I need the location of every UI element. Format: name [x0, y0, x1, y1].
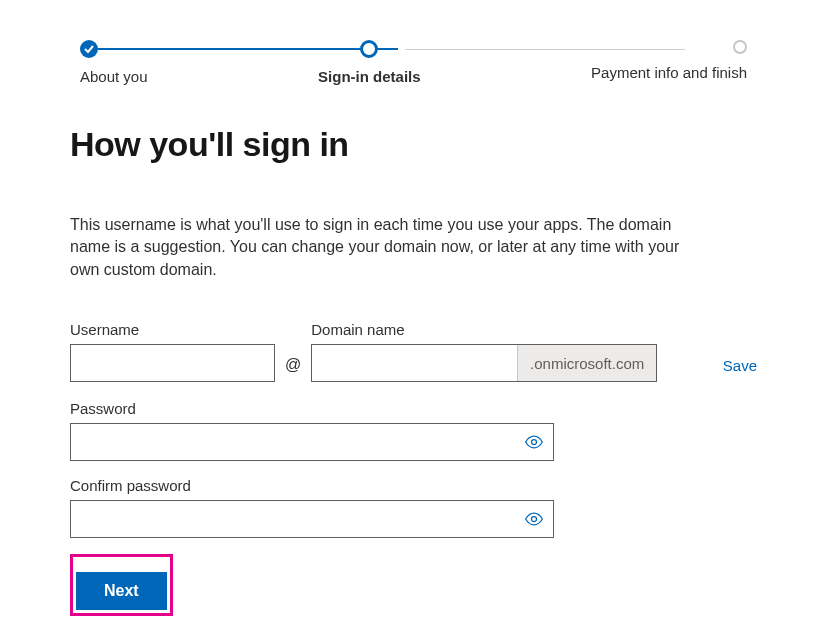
domain-input[interactable]	[312, 345, 517, 381]
username-field-group: Username	[70, 321, 275, 382]
confirm-password-field-group: Confirm password	[70, 477, 757, 538]
upcoming-step-icon	[733, 40, 747, 54]
page-description: This username is what you'll use to sign…	[70, 214, 710, 281]
domain-input-wrap: .onmicrosoft.com	[311, 344, 657, 382]
password-field-group: Password	[70, 400, 757, 461]
step-signin-details: Sign-in details	[148, 40, 592, 85]
domain-label: Domain name	[311, 321, 699, 338]
active-step-icon	[360, 40, 378, 58]
confirm-password-label: Confirm password	[70, 477, 757, 494]
callout-highlight: Next	[70, 554, 173, 616]
save-link[interactable]: Save	[723, 357, 757, 382]
step-about-you: About you	[80, 40, 148, 85]
eye-icon[interactable]	[524, 512, 544, 526]
username-domain-row: Username @ Domain name .onmicrosoft.com …	[70, 321, 757, 382]
at-symbol: @	[285, 356, 301, 382]
username-input[interactable]	[70, 344, 275, 382]
page-title: How you'll sign in	[70, 125, 757, 164]
check-icon	[80, 40, 98, 58]
step-label: About you	[80, 68, 148, 85]
next-button[interactable]: Next	[76, 572, 167, 610]
password-input[interactable]	[70, 423, 554, 461]
password-label: Password	[70, 400, 757, 417]
svg-point-1	[532, 517, 537, 522]
username-label: Username	[70, 321, 275, 338]
step-payment-finish: Payment info and finish	[591, 40, 747, 81]
step-label: Payment info and finish	[591, 64, 747, 81]
confirm-password-input[interactable]	[70, 500, 554, 538]
domain-field-group: Domain name .onmicrosoft.com	[311, 321, 699, 382]
step-label: Sign-in details	[318, 68, 421, 85]
eye-icon[interactable]	[524, 435, 544, 449]
svg-point-0	[532, 440, 537, 445]
domain-suffix: .onmicrosoft.com	[517, 345, 656, 381]
progress-stepper: About you Sign-in details Payment info a…	[0, 0, 827, 85]
